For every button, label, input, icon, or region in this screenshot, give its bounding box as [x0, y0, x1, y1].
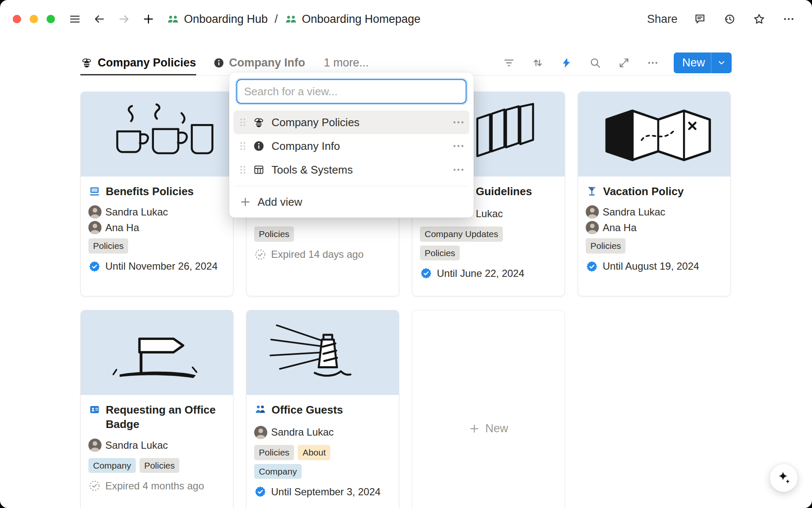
view-menu-item-company-info[interactable]: Company Info — [233, 134, 469, 158]
close-window-button[interactable] — [13, 15, 21, 23]
card-tags: Policies — [88, 238, 225, 254]
avatar — [254, 426, 267, 439]
avatar — [88, 439, 102, 452]
lighthouse-doodle — [259, 318, 386, 387]
tag: Company — [254, 464, 302, 479]
card-office-badge[interactable]: Requesting an Office Badge Sandra Lukac … — [80, 310, 233, 508]
favorite-star-icon[interactable] — [751, 11, 767, 27]
sidebar-toggle-icon[interactable] — [67, 11, 83, 27]
view-menu-item-company-policies[interactable]: Company Policies — [233, 110, 469, 134]
ai-sparkle-button[interactable] — [770, 464, 798, 492]
person: Ana Ha — [586, 221, 636, 234]
view-options-icon[interactable] — [451, 139, 466, 153]
tag: Policies — [420, 246, 460, 261]
breadcrumb-page[interactable]: Onboarding Homepage — [285, 13, 421, 26]
tag: Company — [88, 458, 136, 473]
window-controls — [13, 15, 55, 23]
breadcrumb: Onboarding Hub / Onboarding Homepage — [167, 13, 420, 26]
person: Lukac — [476, 208, 503, 220]
card-cover — [247, 310, 399, 395]
new-button-dropdown[interactable] — [711, 52, 732, 73]
sparkle-icon — [776, 470, 791, 486]
card-status: Until November 26, 2024 — [88, 260, 225, 273]
minimize-window-button[interactable] — [30, 15, 38, 23]
verified-check-icon — [420, 267, 432, 279]
person: Ana Ha — [88, 221, 139, 234]
card-cover — [81, 92, 233, 177]
card-benefits-policies[interactable]: Benefits Policies Sandra Lukac Ana Ha — [80, 91, 233, 296]
breadcrumb-separator: / — [274, 13, 278, 26]
expired-check-icon — [254, 248, 266, 261]
signpost-doodle — [93, 318, 220, 387]
plus-icon — [469, 423, 480, 434]
view-options-icon[interactable] — [451, 116, 466, 129]
card-people: Sandra Lukac — [88, 437, 225, 454]
view-settings-icon[interactable] — [645, 55, 661, 71]
drag-handle-icon[interactable] — [237, 163, 249, 176]
verified-check-icon — [586, 260, 598, 273]
new-card-button[interactable]: New — [412, 310, 565, 508]
share-button[interactable]: Share — [647, 13, 678, 26]
person: Sandra Lukac — [88, 439, 168, 452]
view-toolbar: Company Policies Company Info 1 more... — [80, 50, 732, 76]
history-icon[interactable] — [721, 11, 738, 27]
view-tabs: Company Policies Company Info 1 more... — [80, 50, 369, 75]
card-office-guests[interactable]: Office Guests Sandra Lukac Policies Abou… — [246, 310, 399, 508]
card-tags: Company Updates Policies — [420, 226, 557, 260]
more-tabs-button[interactable]: 1 more... — [324, 56, 369, 69]
card-title: Office Guests — [254, 403, 391, 419]
expand-icon[interactable] — [616, 55, 632, 71]
zoom-window-button[interactable] — [47, 15, 55, 23]
card-vacation-policy[interactable]: Vacation Policy Sandra Lukac Ana Ha — [578, 91, 731, 296]
automations-icon[interactable] — [559, 55, 575, 71]
info-icon — [213, 57, 225, 69]
vacation-icon — [586, 185, 598, 197]
card-status: Expired 4 months ago — [88, 480, 225, 492]
card-status: Expired 14 days ago — [254, 248, 391, 261]
person: Sandra Lukac — [254, 426, 334, 439]
view-search-input[interactable] — [236, 79, 466, 104]
forward-icon[interactable] — [116, 11, 132, 27]
tab-label: Company Policies — [98, 56, 196, 69]
plus-icon — [239, 196, 251, 208]
sort-icon[interactable] — [530, 55, 546, 71]
more-options-icon[interactable] — [781, 11, 797, 27]
view-menu-item-tools-systems[interactable]: Tools & Systems — [233, 158, 469, 182]
tag: Policies — [254, 226, 294, 242]
verified-check-icon — [88, 260, 101, 273]
comments-icon[interactable] — [692, 11, 708, 27]
add-view-button[interactable]: Add view — [233, 190, 469, 213]
card-people: Sandra Lukac Ana Ha — [88, 205, 225, 234]
teamspace-icon — [167, 13, 179, 25]
card-status: Until September 3, 2024 — [254, 486, 391, 498]
nav-buttons — [67, 11, 156, 27]
card-title: Requesting an Office Badge — [88, 403, 225, 432]
card-tags: Company Policies — [88, 458, 225, 473]
drag-handle-icon[interactable] — [237, 116, 249, 129]
breadcrumb-root[interactable]: Onboarding Hub — [167, 13, 268, 26]
tab-company-policies[interactable]: Company Policies — [80, 50, 196, 75]
avatar — [586, 205, 599, 218]
search-icon[interactable] — [587, 55, 604, 71]
titlebar-actions: Share — [647, 11, 797, 27]
new-button-label[interactable]: New — [674, 56, 711, 69]
card-cover — [578, 92, 730, 177]
card-title: Benefits Policies — [88, 184, 225, 200]
card-status: Until August 19, 2024 — [586, 260, 723, 273]
chevron-down-icon — [716, 58, 727, 68]
view-options-icon[interactable] — [451, 163, 466, 177]
guests-icon — [254, 403, 266, 416]
drag-handle-icon[interactable] — [237, 140, 249, 152]
tag: About — [298, 445, 330, 460]
new-button[interactable]: New — [674, 52, 732, 73]
back-icon[interactable] — [91, 11, 107, 27]
breadcrumb-root-label: Onboarding Hub — [184, 13, 268, 26]
filter-icon[interactable] — [501, 55, 517, 71]
card-tags: Policies — [254, 226, 391, 242]
new-page-icon[interactable] — [140, 11, 156, 27]
tab-company-info[interactable]: Company Info — [213, 50, 305, 75]
teamspace-icon — [285, 13, 297, 25]
menu-divider — [235, 186, 468, 186]
toolbar-actions: New — [501, 50, 732, 75]
breadcrumb-page-label: Onboarding Homepage — [302, 13, 421, 26]
